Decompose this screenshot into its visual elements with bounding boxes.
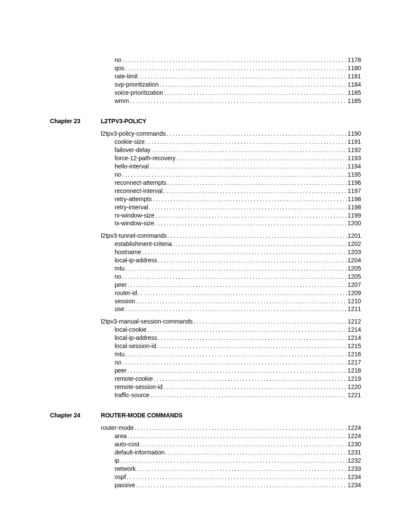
toc-entry-page: 1194 <box>348 162 361 171</box>
toc-leader-dots <box>135 297 347 305</box>
toc-entry[interactable]: no 1217 <box>115 358 361 367</box>
toc-entry[interactable]: local-ip-address 1214 <box>115 334 361 342</box>
toc-entry[interactable]: no 1178 <box>115 56 361 64</box>
toc-entry-text: ip <box>115 457 119 465</box>
toc-entry[interactable]: local-session-id 1215 <box>115 342 361 350</box>
toc-entry-page: 1204 <box>348 256 361 264</box>
toc-entry-text: establishment-criteria <box>115 240 172 248</box>
toc-entry[interactable]: hello-interval 1194 <box>115 162 361 171</box>
toc-entry[interactable]: local-ip-address 1204 <box>115 256 361 264</box>
toc-leader-dots <box>125 350 348 358</box>
toc-entry[interactable]: wmm 1185 <box>115 97 361 105</box>
toc-entry-text: reconnect-interval <box>115 187 162 195</box>
toc-entry[interactable]: peer 1207 <box>115 281 361 289</box>
toc-entry[interactable]: reconnect-interval 1197 <box>115 187 361 195</box>
toc-entry[interactable]: mtu 1216 <box>115 350 361 358</box>
toc-entry[interactable]: tx-window-size 1200 <box>115 219 361 227</box>
toc-entry-text: session <box>115 297 135 305</box>
toc-entry[interactable]: rate-limit 1181 <box>115 72 361 81</box>
toc-entry-page: 1221 <box>348 391 361 399</box>
toc-entry-text: hostname <box>115 248 141 256</box>
toc-leader-dots <box>121 358 348 367</box>
toc-entry-page: 1191 <box>348 138 361 146</box>
toc-entry[interactable]: local-cookie 1214 <box>115 326 361 334</box>
toc-entry[interactable]: l2tpv3-policy-commands 1190 <box>101 130 361 138</box>
toc-entry-text: area <box>115 432 127 440</box>
toc-entry[interactable]: svp-prioritization 1184 <box>115 81 361 89</box>
toc-entry[interactable]: l2tpv3-manual-session-commands 1212 <box>101 317 361 326</box>
toc-entry-page: 1209 <box>348 289 361 297</box>
toc-entry-page: 1233 <box>348 465 361 473</box>
toc-entry[interactable]: reconnect-attempts 1196 <box>115 179 361 187</box>
toc-entry[interactable]: ip 1232 <box>115 457 361 465</box>
toc-entry-page: 1212 <box>348 317 361 326</box>
toc-entry-page: 1197 <box>348 187 361 195</box>
toc-entry-page: 1200 <box>348 219 361 227</box>
toc-leader-dots <box>134 424 348 432</box>
toc-entry[interactable]: default-information 1231 <box>115 448 361 457</box>
toc-leader-dots <box>176 154 348 162</box>
toc-entry-text: wmm <box>115 97 129 105</box>
toc-entry[interactable]: remote-cookie 1219 <box>115 375 361 383</box>
toc-entry[interactable]: use 1211 <box>115 305 361 313</box>
toc-entry[interactable]: retry-interval 1198 <box>115 203 361 212</box>
toc-entry[interactable]: passive 1234 <box>115 481 361 489</box>
toc-entry-page: 1195 <box>348 171 361 179</box>
toc-entry[interactable]: ospf 1234 <box>115 473 361 481</box>
toc-entry[interactable]: auto-cost 1230 <box>115 440 361 448</box>
toc-entry[interactable]: voice-prioritization 1185 <box>115 89 361 97</box>
toc-entry[interactable]: l2tpv3-tunnel-commands 1201 <box>101 232 361 240</box>
toc-entry-page: 1205 <box>348 273 361 281</box>
toc-entry-page: 1205 <box>348 264 361 273</box>
toc-entry-page: 1218 <box>348 367 361 375</box>
toc-entry-text: network <box>115 465 136 473</box>
toc-leader-dots <box>150 146 348 154</box>
toc-entry[interactable]: mtu 1205 <box>115 264 361 273</box>
toc-leader-dots <box>162 187 348 195</box>
toc-leader-dots <box>159 81 348 89</box>
toc-entry-text: l2tpv3-tunnel-commands <box>101 232 167 240</box>
toc-entry[interactable]: session 1210 <box>115 297 361 305</box>
toc-leader-dots <box>153 375 348 383</box>
toc-entry[interactable]: traffic-source 1221 <box>115 391 361 399</box>
toc-entry-page: 1190 <box>348 130 361 138</box>
toc-entry-text: l2tpv3-policy-commands <box>101 130 166 138</box>
toc-entry-page: 1230 <box>348 440 361 448</box>
toc-entry[interactable]: no 1205 <box>115 273 361 281</box>
toc-entry[interactable]: remote-session-id 1220 <box>115 383 361 391</box>
toc-entry[interactable]: failover-delay 1192 <box>115 146 361 154</box>
toc-leader-dots <box>172 240 348 248</box>
toc-leader-dots <box>163 89 348 97</box>
toc-entry-text: reconnect-attempts <box>115 179 166 187</box>
toc-leader-dots <box>166 130 348 138</box>
toc-entry-text: tx-window-size <box>115 219 154 227</box>
toc-entry[interactable]: peer 1218 <box>115 367 361 375</box>
toc-entry[interactable]: rx-window-size 1199 <box>115 212 361 220</box>
toc-leader-dots <box>155 212 348 220</box>
toc-entry[interactable]: area 1224 <box>115 432 361 440</box>
toc-entry[interactable]: no 1195 <box>115 171 361 179</box>
toc-entry-text: local-ip-address <box>115 256 157 264</box>
toc-entry-text: mtu <box>115 264 125 273</box>
toc-entry-page: 1192 <box>348 146 361 154</box>
toc-entry-text: failover-delay <box>115 146 150 154</box>
toc-entry[interactable]: hostname 1203 <box>115 248 361 256</box>
toc-entry-text: peer <box>115 281 127 289</box>
toc-leader-dots <box>148 203 348 212</box>
toc-entry[interactable]: router-mode 1224 <box>101 424 361 432</box>
toc-entry-page: 1193 <box>348 154 361 162</box>
toc-leader-dots <box>135 481 347 489</box>
toc-entry[interactable]: network 1233 <box>115 465 361 473</box>
toc-entry-text: peer <box>115 367 127 375</box>
toc-entry-text: local-session-id <box>115 342 156 350</box>
toc-entry-text: no <box>115 56 121 64</box>
toc-entry[interactable]: qos 1180 <box>115 64 361 72</box>
toc-entry[interactable]: router-id 1209 <box>115 289 361 297</box>
toc-leader-dots <box>167 232 348 240</box>
toc-leader-dots <box>121 273 348 281</box>
toc-entry[interactable]: retry-attempts 1198 <box>115 195 361 203</box>
toc-entry[interactable]: establishment-criteria 1202 <box>115 240 361 248</box>
toc-entry[interactable]: force-12-path-recovery 1193 <box>115 154 361 162</box>
toc-entry[interactable]: cookie-size 1191 <box>115 138 361 146</box>
toc-entry-text: voice-prioritization <box>115 89 163 97</box>
